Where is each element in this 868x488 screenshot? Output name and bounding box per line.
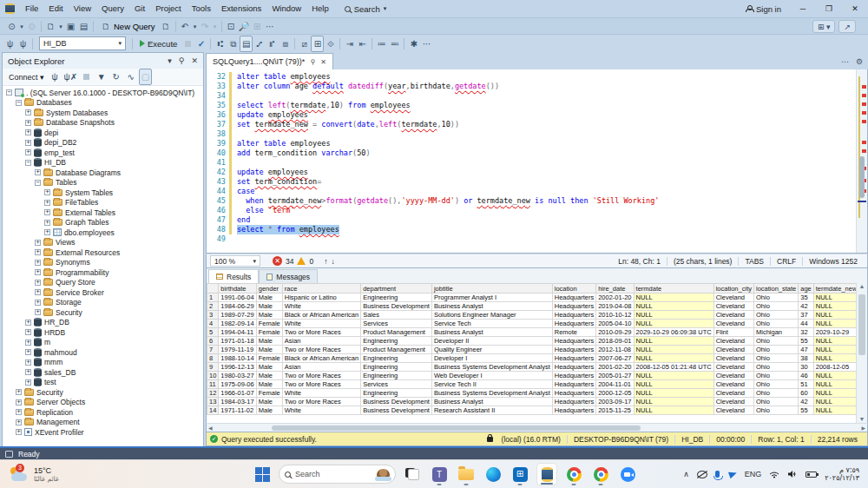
- grid-cell[interactable]: Headquarters: [552, 363, 595, 372]
- grid-cell[interactable]: NULL: [813, 311, 859, 320]
- query-tab[interactable]: SQLQuery1....QN\IT (79))* ⚲ ✕: [206, 53, 333, 69]
- tree-item[interactable]: +Query Store: [3, 278, 203, 288]
- grid-cell[interactable]: Male: [256, 302, 282, 311]
- expand-icon[interactable]: +: [25, 140, 31, 146]
- grid-cell[interactable]: Headquarters: [552, 302, 595, 311]
- grid-cell[interactable]: Cleveland: [713, 293, 753, 302]
- indent-decrease-button[interactable]: ⇤: [356, 36, 369, 51]
- grid-cell[interactable]: Headquarters: [552, 398, 595, 406]
- stop-icon[interactable]: [80, 69, 93, 84]
- grid-cell[interactable]: 1989-07-29: [219, 311, 256, 320]
- toolbar-overflow-button[interactable]: ⋯: [264, 19, 277, 34]
- column-header-location[interactable]: location: [552, 284, 595, 293]
- tree-item[interactable]: +Database Diagrams: [3, 168, 203, 178]
- row-header[interactable]: 10: [207, 372, 219, 380]
- grid-cell[interactable]: 1994-04-11: [219, 328, 256, 337]
- expand-icon[interactable]: +: [44, 220, 50, 226]
- grid-cell[interactable]: Two or More Races: [282, 328, 360, 337]
- grid-cell[interactable]: 1971-11-02: [219, 406, 256, 415]
- tab-results[interactable]: Results: [208, 269, 259, 283]
- tree-item[interactable]: +emp_test: [3, 148, 203, 158]
- expand-icon[interactable]: +: [25, 369, 31, 375]
- grid-corner-cell[interactable]: [207, 284, 219, 293]
- row-header[interactable]: 12: [207, 389, 219, 398]
- grid-cell[interactable]: Cleveland: [713, 389, 753, 398]
- weather-widget[interactable]: 3 15°C غائم غالبًا: [0, 465, 68, 483]
- collapse-icon[interactable]: −: [35, 180, 41, 186]
- grid-cell[interactable]: 2005-04-10: [596, 320, 634, 328]
- expand-icon[interactable]: +: [25, 379, 31, 386]
- grid-cell[interactable]: Business Analyst: [431, 302, 552, 311]
- grid-cell[interactable]: NULL: [634, 311, 713, 320]
- grid-cell[interactable]: 51: [799, 380, 814, 389]
- new-query-button[interactable]: 🗋 New Query: [96, 19, 160, 34]
- grid-cell[interactable]: Male: [256, 337, 282, 346]
- results-to-text-button[interactable]: ⑇: [253, 36, 266, 51]
- taskbar-clock[interactable]: ٧:٥٩ م ٢٠٢٥/١٢/١٣: [825, 466, 859, 482]
- change-connection-icon[interactable]: ψ: [16, 36, 30, 51]
- grid-cell[interactable]: Black or African American: [282, 311, 360, 320]
- find-in-files-button[interactable]: 🔎: [238, 19, 251, 34]
- tab-options-gear-icon[interactable]: ⚙: [856, 57, 863, 66]
- expand-icon[interactable]: +: [44, 189, 50, 195]
- sql-code-editor[interactable]: 32alter table employees33alter column ag…: [206, 69, 868, 254]
- expand-icon[interactable]: +: [16, 429, 22, 435]
- tray-overflow-chevron-icon[interactable]: ∧: [683, 470, 689, 478]
- disconnect-icon[interactable]: ψ: [49, 69, 62, 84]
- tree-item[interactable]: +Views: [3, 238, 203, 248]
- grid-cell[interactable]: 2008-12-05 01:21:48 UTC: [634, 363, 713, 372]
- grid-cell[interactable]: NULL: [813, 398, 859, 406]
- row-header[interactable]: 7: [207, 346, 219, 354]
- grid-cell[interactable]: NULL: [813, 346, 859, 354]
- line-marker-button[interactable]: ⊡: [225, 19, 238, 34]
- tab-messages[interactable]: Messages: [259, 269, 318, 283]
- grid-cell[interactable]: White: [282, 320, 360, 328]
- grid-cell[interactable]: 2018-09-01: [596, 337, 634, 346]
- expand-icon[interactable]: +: [16, 399, 22, 406]
- grid-cell[interactable]: Ohio: [753, 389, 798, 398]
- grid-cell[interactable]: NULL: [634, 354, 713, 363]
- grid-cell[interactable]: NULL: [634, 293, 713, 302]
- row-header[interactable]: 1: [207, 293, 219, 302]
- tree-item[interactable]: +mahmoud: [3, 347, 203, 358]
- column-header-age[interactable]: age: [799, 284, 814, 293]
- grid-cell[interactable]: 1971-01-18: [219, 337, 256, 346]
- grid-cell[interactable]: Asian: [282, 337, 360, 346]
- column-header-hire_date[interactable]: hire_date: [596, 284, 634, 293]
- grid-cell[interactable]: Headquarters: [552, 354, 595, 363]
- redo-button[interactable]: ↷: [199, 19, 212, 34]
- grid-cell[interactable]: Male: [256, 311, 282, 320]
- new-file-button[interactable]: 🗋: [44, 19, 57, 34]
- tree-item[interactable]: +Storage: [3, 298, 203, 308]
- grid-cell[interactable]: Ohio: [753, 406, 798, 415]
- grid-cell[interactable]: 1984-06-29: [219, 302, 256, 311]
- grid-cell[interactable]: NULL: [634, 346, 713, 354]
- tree-item[interactable]: +dbo.employees: [3, 228, 203, 238]
- row-header[interactable]: 14: [207, 406, 219, 415]
- grid-cell[interactable]: NULL: [813, 302, 859, 311]
- grid-cell[interactable]: 2008-12-05: [813, 363, 859, 372]
- grid-cell[interactable]: 44: [799, 320, 814, 328]
- save-button[interactable]: ▣: [64, 19, 77, 34]
- expand-icon[interactable]: +: [25, 129, 31, 135]
- grid-cell[interactable]: Ohio: [753, 380, 798, 389]
- grid-cell[interactable]: Sales: [361, 311, 432, 320]
- grid-cell[interactable]: 2003-09-17: [596, 398, 634, 406]
- tree-item[interactable]: −. (SQL Server 16.0.1000 - DESKTOP-B96D9…: [3, 88, 203, 98]
- grid-cell[interactable]: 1984-03-17: [219, 398, 256, 406]
- tree-item[interactable]: +Replication: [3, 407, 203, 418]
- chrome-profile2-icon[interactable]: [590, 463, 611, 485]
- microsoft-store-icon[interactable]: ⊞: [510, 463, 530, 485]
- outline-button[interactable]: ⟐: [324, 36, 337, 51]
- grid-cell[interactable]: NULL: [813, 372, 859, 380]
- grid-cell[interactable]: NULL: [634, 372, 713, 380]
- code-line[interactable]: 46 else 'term': [207, 206, 867, 215]
- grid-cell[interactable]: Service Tech: [431, 320, 552, 328]
- save-all-button[interactable]: ▤: [77, 19, 90, 34]
- grid-cell[interactable]: 38: [799, 354, 814, 363]
- tree-item[interactable]: −HI_DB: [3, 158, 203, 168]
- zoom-icon[interactable]: [617, 463, 638, 485]
- undo-chevron-icon[interactable]: ▾: [192, 19, 199, 34]
- mic-in-use-icon[interactable]: [715, 471, 721, 478]
- grid-cell[interactable]: White: [282, 389, 360, 398]
